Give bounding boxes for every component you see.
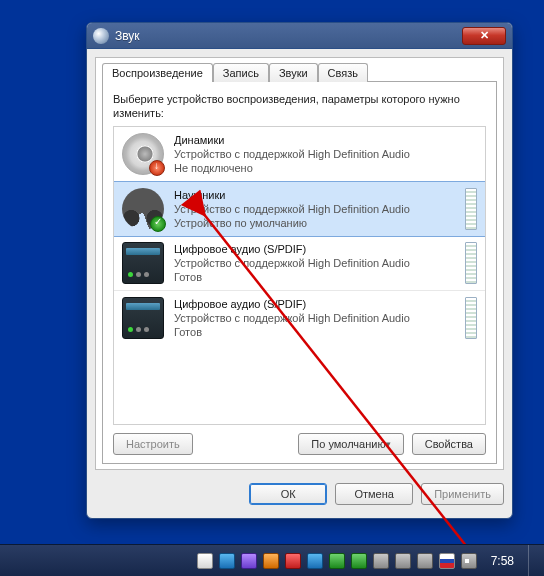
device-text: Цифровое аудио (S/PDIF) Устройство с под… (174, 297, 455, 339)
dialog-bottom: ОК Отмена Применить (95, 478, 504, 510)
device-text: Динамики Устройство с поддержкой High De… (174, 133, 477, 175)
tray-telegram-icon[interactable] (219, 553, 235, 569)
taskbar-clock[interactable]: 7:58 (481, 554, 520, 568)
device-status: Устройство по умолчанию (174, 216, 455, 230)
tray-network-icon[interactable] (417, 553, 433, 569)
device-spdif-2[interactable]: Цифровое аудио (S/PDIF) Устройство с под… (114, 291, 485, 345)
tab-recording[interactable]: Запись (213, 63, 269, 82)
tray-action-center-icon[interactable] (395, 553, 411, 569)
device-desc: Устройство с поддержкой High Definition … (174, 147, 477, 161)
device-status: Готов (174, 325, 455, 339)
show-desktop-button[interactable] (528, 545, 538, 577)
cancel-button[interactable]: Отмена (335, 483, 413, 505)
vu-meter (465, 242, 477, 284)
device-desc: Устройство с поддержкой High Definition … (174, 256, 455, 270)
instruction-text: Выберите устройство воспроизведения, пар… (113, 92, 486, 120)
taskbar[interactable]: 7:58 (0, 544, 544, 576)
headphones-icon (122, 188, 164, 230)
properties-button[interactable]: Свойства (412, 433, 486, 455)
device-desc: Устройство с поддержкой High Definition … (174, 311, 455, 325)
tray-language-icon[interactable] (439, 553, 455, 569)
tray-volume-icon[interactable] (461, 553, 477, 569)
tray-app-icon[interactable] (285, 553, 301, 569)
vu-meter (465, 188, 477, 230)
device-status: Готов (174, 270, 455, 284)
device-text: Наушники Устройство с поддержкой High De… (174, 188, 455, 230)
panel-bottom: Настроить По умолчанию Свойства (113, 433, 486, 455)
status-badge-default-icon (150, 216, 166, 232)
device-text: Цифровое аудио (S/PDIF) Устройство с под… (174, 242, 455, 284)
tray-app-icon[interactable] (351, 553, 367, 569)
playback-panel: Выберите устройство воспроизведения, пар… (102, 81, 497, 464)
tray-app-icon[interactable] (329, 553, 345, 569)
tray-chevron-up-icon[interactable] (197, 553, 213, 569)
spdif-icon (122, 242, 164, 284)
tray-app-icon[interactable] (263, 553, 279, 569)
status-badge-disconnected-icon (149, 160, 165, 176)
tab-playback[interactable]: Воспроизведение (102, 63, 213, 82)
tray-app-icon[interactable] (241, 553, 257, 569)
device-spdif-1[interactable]: Цифровое аудио (S/PDIF) Устройство с под… (114, 236, 485, 291)
tab-sounds[interactable]: Звуки (269, 63, 318, 82)
device-headphones[interactable]: Наушники Устройство с поддержкой High De… (113, 181, 486, 237)
close-button[interactable]: ✕ (462, 27, 506, 45)
device-status: Не подключено (174, 161, 477, 175)
titlebar[interactable]: Звук ✕ (87, 23, 512, 49)
tab-comm[interactable]: Связь (318, 63, 368, 82)
device-name: Динамики (174, 133, 477, 147)
configure-button[interactable]: Настроить (113, 433, 193, 455)
sound-window: Звук ✕ Воспроизведение Запись Звуки Связ… (86, 22, 513, 519)
tabs: Воспроизведение Запись Звуки Связь (96, 58, 503, 81)
device-name: Наушники (174, 188, 455, 202)
speaker-icon (122, 133, 164, 175)
ok-button[interactable]: ОК (249, 483, 327, 505)
vu-meter (465, 297, 477, 339)
set-default-button[interactable]: По умолчанию (298, 433, 403, 455)
tray-app-icon[interactable] (307, 553, 323, 569)
tray (197, 553, 477, 569)
device-name: Цифровое аудио (S/PDIF) (174, 297, 455, 311)
apply-button[interactable]: Применить (421, 483, 504, 505)
device-list[interactable]: Динамики Устройство с поддержкой High De… (113, 126, 486, 425)
sound-icon (93, 28, 109, 44)
tray-app-icon[interactable] (373, 553, 389, 569)
window-title: Звук (115, 29, 462, 43)
device-speakers[interactable]: Динамики Устройство с поддержкой High De… (114, 127, 485, 182)
device-desc: Устройство с поддержкой High Definition … (174, 202, 455, 216)
client-area: Воспроизведение Запись Звуки Связь Выбер… (95, 57, 504, 470)
device-name: Цифровое аудио (S/PDIF) (174, 242, 455, 256)
spdif-icon (122, 297, 164, 339)
